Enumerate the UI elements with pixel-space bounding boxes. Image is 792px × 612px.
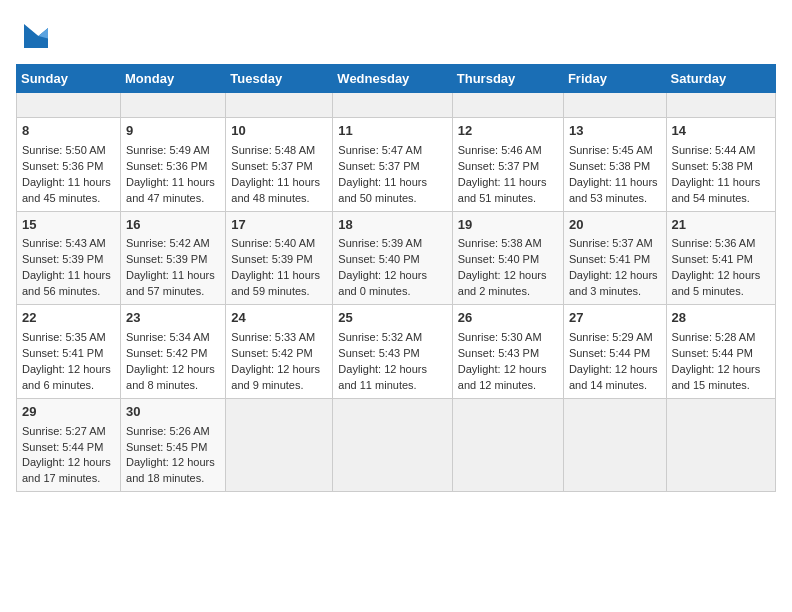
sunset-text: Sunset: 5:44 PM [569,347,650,359]
daylight-text: Daylight: 12 hours and 17 minutes. [22,456,111,484]
sunset-text: Sunset: 5:38 PM [672,160,753,172]
calendar-header-row: SundayMondayTuesdayWednesdayThursdayFrid… [17,65,776,93]
calendar-cell [666,93,775,118]
calendar-cell: 28Sunrise: 5:28 AMSunset: 5:44 PMDayligh… [666,305,775,399]
calendar-cell [666,398,775,492]
calendar-cell: 14Sunrise: 5:44 AMSunset: 5:38 PMDayligh… [666,117,775,211]
day-number: 24 [231,309,327,328]
calendar-cell: 10Sunrise: 5:48 AMSunset: 5:37 PMDayligh… [226,117,333,211]
calendar-cell [226,398,333,492]
sunrise-text: Sunrise: 5:40 AM [231,237,315,249]
calendar-cell: 13Sunrise: 5:45 AMSunset: 5:38 PMDayligh… [563,117,666,211]
day-number: 13 [569,122,661,141]
col-header-sunday: Sunday [17,65,121,93]
calendar-cell: 17Sunrise: 5:40 AMSunset: 5:39 PMDayligh… [226,211,333,305]
day-number: 8 [22,122,115,141]
daylight-text: Daylight: 12 hours and 6 minutes. [22,363,111,391]
calendar-cell [17,93,121,118]
sunset-text: Sunset: 5:44 PM [22,441,103,453]
calendar-cell: 29Sunrise: 5:27 AMSunset: 5:44 PMDayligh… [17,398,121,492]
sunset-text: Sunset: 5:39 PM [231,253,312,265]
calendar-cell: 20Sunrise: 5:37 AMSunset: 5:41 PMDayligh… [563,211,666,305]
sunset-text: Sunset: 5:43 PM [458,347,539,359]
daylight-text: Daylight: 11 hours and 56 minutes. [22,269,111,297]
calendar-cell: 8Sunrise: 5:50 AMSunset: 5:36 PMDaylight… [17,117,121,211]
daylight-text: Daylight: 11 hours and 59 minutes. [231,269,320,297]
day-number: 21 [672,216,770,235]
sunset-text: Sunset: 5:44 PM [672,347,753,359]
sunrise-text: Sunrise: 5:43 AM [22,237,106,249]
logo-icon [16,16,56,56]
day-number: 15 [22,216,115,235]
sunrise-text: Sunrise: 5:37 AM [569,237,653,249]
calendar-cell [226,93,333,118]
calendar-cell: 23Sunrise: 5:34 AMSunset: 5:42 PMDayligh… [121,305,226,399]
daylight-text: Daylight: 11 hours and 57 minutes. [126,269,215,297]
daylight-text: Daylight: 11 hours and 48 minutes. [231,176,320,204]
sunrise-text: Sunrise: 5:44 AM [672,144,756,156]
sunset-text: Sunset: 5:38 PM [569,160,650,172]
sunset-text: Sunset: 5:41 PM [672,253,753,265]
daylight-text: Daylight: 12 hours and 15 minutes. [672,363,761,391]
daylight-text: Daylight: 12 hours and 18 minutes. [126,456,215,484]
day-number: 11 [338,122,446,141]
daylight-text: Daylight: 12 hours and 14 minutes. [569,363,658,391]
logo [16,16,60,56]
sunset-text: Sunset: 5:40 PM [338,253,419,265]
calendar-cell: 26Sunrise: 5:30 AMSunset: 5:43 PMDayligh… [452,305,563,399]
sunrise-text: Sunrise: 5:49 AM [126,144,210,156]
col-header-friday: Friday [563,65,666,93]
day-number: 9 [126,122,220,141]
calendar-cell: 18Sunrise: 5:39 AMSunset: 5:40 PMDayligh… [333,211,452,305]
sunset-text: Sunset: 5:39 PM [126,253,207,265]
day-number: 27 [569,309,661,328]
col-header-thursday: Thursday [452,65,563,93]
sunset-text: Sunset: 5:36 PM [22,160,103,172]
calendar-cell [452,93,563,118]
sunset-text: Sunset: 5:41 PM [569,253,650,265]
calendar-cell: 24Sunrise: 5:33 AMSunset: 5:42 PMDayligh… [226,305,333,399]
calendar-cell: 25Sunrise: 5:32 AMSunset: 5:43 PMDayligh… [333,305,452,399]
sunset-text: Sunset: 5:40 PM [458,253,539,265]
sunset-text: Sunset: 5:42 PM [231,347,312,359]
day-number: 14 [672,122,770,141]
sunset-text: Sunset: 5:42 PM [126,347,207,359]
calendar-cell: 15Sunrise: 5:43 AMSunset: 5:39 PMDayligh… [17,211,121,305]
daylight-text: Daylight: 11 hours and 50 minutes. [338,176,427,204]
daylight-text: Daylight: 12 hours and 9 minutes. [231,363,320,391]
calendar-row-5: 29Sunrise: 5:27 AMSunset: 5:44 PMDayligh… [17,398,776,492]
sunrise-text: Sunrise: 5:26 AM [126,425,210,437]
sunrise-text: Sunrise: 5:50 AM [22,144,106,156]
calendar-row-1 [17,93,776,118]
sunrise-text: Sunrise: 5:46 AM [458,144,542,156]
calendar-cell: 19Sunrise: 5:38 AMSunset: 5:40 PMDayligh… [452,211,563,305]
sunrise-text: Sunrise: 5:36 AM [672,237,756,249]
day-number: 25 [338,309,446,328]
daylight-text: Daylight: 11 hours and 53 minutes. [569,176,658,204]
sunrise-text: Sunrise: 5:30 AM [458,331,542,343]
day-number: 19 [458,216,558,235]
day-number: 16 [126,216,220,235]
calendar-cell [333,93,452,118]
calendar-table: SundayMondayTuesdayWednesdayThursdayFrid… [16,64,776,492]
calendar-cell [452,398,563,492]
sunrise-text: Sunrise: 5:28 AM [672,331,756,343]
page-header [16,16,776,56]
day-number: 20 [569,216,661,235]
sunrise-text: Sunrise: 5:32 AM [338,331,422,343]
daylight-text: Daylight: 11 hours and 51 minutes. [458,176,547,204]
calendar-cell: 21Sunrise: 5:36 AMSunset: 5:41 PMDayligh… [666,211,775,305]
calendar-cell: 22Sunrise: 5:35 AMSunset: 5:41 PMDayligh… [17,305,121,399]
col-header-tuesday: Tuesday [226,65,333,93]
sunrise-text: Sunrise: 5:48 AM [231,144,315,156]
sunset-text: Sunset: 5:39 PM [22,253,103,265]
sunset-text: Sunset: 5:37 PM [458,160,539,172]
daylight-text: Daylight: 12 hours and 3 minutes. [569,269,658,297]
sunrise-text: Sunrise: 5:34 AM [126,331,210,343]
daylight-text: Daylight: 12 hours and 11 minutes. [338,363,427,391]
calendar-cell [563,398,666,492]
day-number: 29 [22,403,115,422]
calendar-row-4: 22Sunrise: 5:35 AMSunset: 5:41 PMDayligh… [17,305,776,399]
day-number: 22 [22,309,115,328]
day-number: 18 [338,216,446,235]
